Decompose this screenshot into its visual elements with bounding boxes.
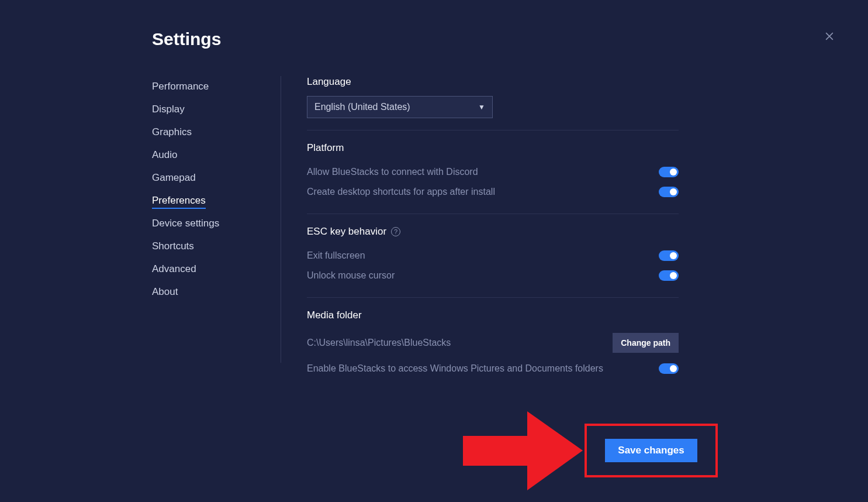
desktop-shortcuts-toggle-label: Create desktop shortcuts for apps after …	[307, 187, 495, 197]
discord-toggle[interactable]	[659, 167, 679, 177]
section-title-media: Media folder	[307, 310, 679, 321]
page-title: Settings	[152, 29, 716, 49]
unlock-mouse-toggle[interactable]	[659, 270, 679, 281]
section-title-platform: Platform	[307, 142, 679, 154]
language-select[interactable]: English (United States) ▼	[307, 96, 493, 118]
annotation-highlight-box: Save changes	[585, 424, 718, 477]
chevron-down-icon: ▼	[478, 103, 485, 111]
settings-content: Language English (United States) ▼ Platf…	[281, 76, 679, 402]
media-folder-path: C:\Users\linsa\Pictures\BlueStacks	[307, 338, 451, 348]
sidebar-item-gamepad[interactable]: Gamepad	[152, 167, 275, 190]
sidebar-item-device-settings[interactable]: Device settings	[152, 213, 275, 236]
sidebar-item-preferences[interactable]: Preferences	[152, 190, 275, 213]
sidebar-item-shortcuts[interactable]: Shortcuts	[152, 236, 275, 259]
change-path-button[interactable]: Change path	[613, 333, 679, 353]
save-changes-button[interactable]: Save changes	[605, 439, 697, 462]
exit-fullscreen-toggle[interactable]	[659, 250, 679, 261]
sidebar-item-audio[interactable]: Audio	[152, 145, 275, 167]
sidebar-item-display[interactable]: Display	[152, 99, 275, 122]
access-folders-toggle[interactable]	[659, 363, 679, 374]
help-icon[interactable]: ?	[391, 227, 400, 236]
sidebar-item-about[interactable]: About	[152, 281, 275, 304]
section-media-folder: Media folder C:\Users\linsa\Pictures\Blu…	[307, 310, 679, 390]
sidebar-item-advanced[interactable]: Advanced	[152, 259, 275, 281]
sidebar-item-performance[interactable]: Performance	[152, 76, 275, 99]
section-esc-key: ESC key behavior ? Exit fullscreen Unloc…	[307, 226, 679, 298]
section-platform: Platform Allow BlueStacks to connect wit…	[307, 142, 679, 214]
exit-fullscreen-toggle-label: Exit fullscreen	[307, 250, 365, 261]
access-folders-toggle-label: Enable BlueStacks to access Windows Pict…	[307, 363, 603, 374]
sidebar-item-graphics[interactable]: Graphics	[152, 122, 275, 145]
section-title-language: Language	[307, 76, 679, 88]
unlock-mouse-toggle-label: Unlock mouse cursor	[307, 270, 395, 281]
discord-toggle-label: Allow BlueStacks to connect with Discord	[307, 167, 478, 177]
section-title-esc: ESC key behavior	[307, 226, 386, 238]
settings-sidebar: Performance Display Graphics Audio Gamep…	[152, 76, 281, 402]
language-select-value: English (United States)	[314, 102, 410, 112]
desktop-shortcuts-toggle[interactable]	[659, 187, 679, 197]
section-language: Language English (United States) ▼	[307, 76, 679, 130]
